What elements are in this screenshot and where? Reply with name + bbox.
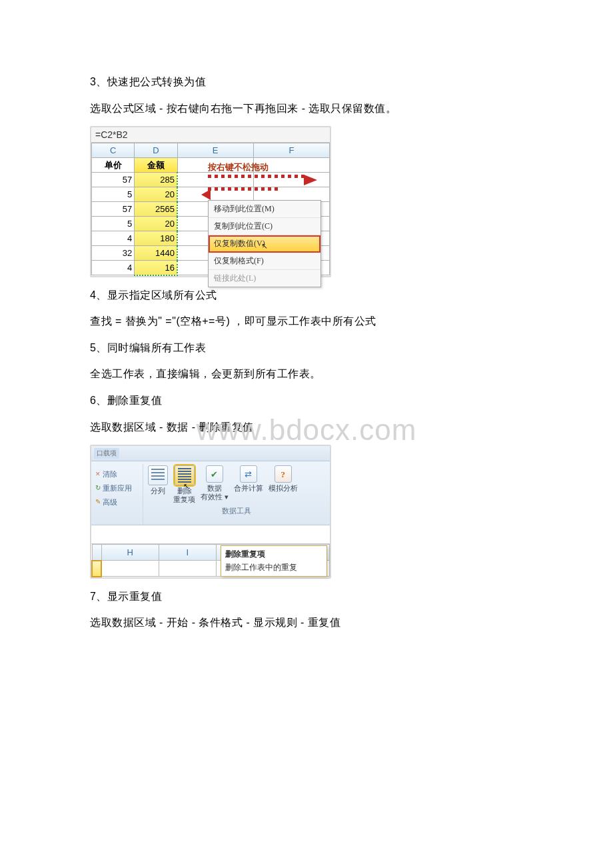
para-3-body: 选取公式区域 - 按右键向右拖一下再拖回来 - 选取只保留数值。 (90, 100, 523, 117)
para-5-title: 5、同时编辑所有工作表 (90, 339, 523, 357)
ribbon-body: 清除 重新应用 高级 分列 ↖ 删除 重复项 (91, 461, 330, 525)
para-3-title: 3、快速把公式转换为值 (90, 73, 523, 91)
clear-icon (95, 467, 101, 481)
figure-ribbon-data-tools: 口载项 清除 重新应用 高级 分列 ↖ 删除 (90, 445, 331, 579)
data-tools-group: 分列 ↖ 删除 重复项 数据 有效性 ▾ (143, 464, 330, 525)
col-c-header: C (92, 143, 135, 158)
reapply-icon (95, 481, 101, 495)
cursor-icon: ↖ (261, 241, 268, 251)
menu-copy-format-only[interactable]: 仅复制格式(F) (209, 253, 320, 270)
menu-copy-values-only[interactable]: 仅复制数值(V) ↖ (209, 235, 320, 253)
col-e-header: E (177, 143, 253, 158)
filter-links: 清除 重新应用 高级 (91, 464, 143, 525)
para-6-title: 6、删除重复值 (90, 392, 523, 409)
what-if-button[interactable]: 模拟分析 (268, 465, 299, 493)
document-body: 3、快速把公式转换为值 选取公式区域 - 按右键向右拖一下再拖回来 - 选取只保… (0, 0, 613, 631)
para-5-body: 全选工作表，直接编辑，会更新到所有工作表。 (90, 365, 523, 383)
sheet-area: H I 删除重复项 删除工作表中的重复 (91, 544, 330, 577)
col-f-header: F (253, 143, 329, 158)
remove-duplicates-tooltip: 删除重复项 删除工作表中的重复 (221, 545, 327, 577)
remove-duplicates-button[interactable]: ↖ 删除 重复项 (173, 465, 196, 504)
context-menu: 移动到此位置(M) 复制到此位置(C) 仅复制数值(V) ↖ 仅复制格式(F) … (208, 200, 321, 287)
hdr-amount: 金额 (135, 158, 177, 173)
remove-duplicates-icon: ↖ (175, 465, 195, 485)
what-if-icon (275, 465, 292, 483)
menu-copy-here[interactable]: 复制到此位置(C) (209, 218, 320, 235)
hdr-price: 单价 (92, 158, 135, 173)
cursor-icon: ↖ (183, 482, 189, 491)
para-7-body: 选取数据区域 - 开始 - 条件格式 - 显示规则 - 重复值 (90, 614, 523, 631)
para-4-title: 4、显示指定区域所有公式 (90, 287, 523, 304)
addin-badge: 口载项 (94, 448, 119, 459)
menu-link-here[interactable]: 链接此处(L) (209, 270, 320, 287)
col-h-header: H (101, 545, 159, 561)
blank-bar (91, 525, 330, 544)
data-validation-icon (206, 465, 223, 483)
text-to-columns-icon (148, 465, 168, 485)
para-7-title: 7、显示重复值 (90, 588, 523, 605)
figure-excel-drag: =C2*B2 C D E F 单价 金额 57285 520 572565 52 (90, 126, 331, 277)
col-letter-row: C D E F (92, 143, 330, 158)
filter-advanced[interactable]: 高级 (95, 495, 139, 509)
formula-bar: =C2*B2 (91, 127, 330, 143)
tooltip-desc: 删除工作表中的重复 (225, 562, 322, 573)
para-6-body: 选取数据区域 - 数据 - 删除重复值 (90, 419, 523, 436)
group-label: 数据工具 (143, 504, 330, 518)
drag-hint-label: 按右键不松拖动 (208, 161, 269, 173)
data-validation-button[interactable]: 数据 有效性 ▾ (200, 465, 229, 501)
tooltip-title: 删除重复项 (225, 549, 322, 560)
consolidate-button[interactable]: 合并计算 (233, 465, 264, 493)
text-to-columns-button[interactable]: 分列 (147, 465, 169, 495)
ribbon-tab-strip: 口载项 (91, 446, 330, 461)
selected-cell[interactable] (92, 561, 101, 577)
filter-reapply[interactable]: 重新应用 (95, 481, 139, 495)
para-4-body: 查找 = 替换为" ="(空格+=号) ，即可显示工作表中所有公式 (90, 313, 523, 330)
consolidate-icon (240, 465, 257, 483)
col-d-header: D (135, 143, 177, 158)
menu-move-here[interactable]: 移动到此位置(M) (209, 201, 320, 218)
advanced-icon (95, 495, 101, 509)
col-i-header: I (159, 545, 216, 561)
filter-clear[interactable]: 清除 (95, 467, 139, 481)
